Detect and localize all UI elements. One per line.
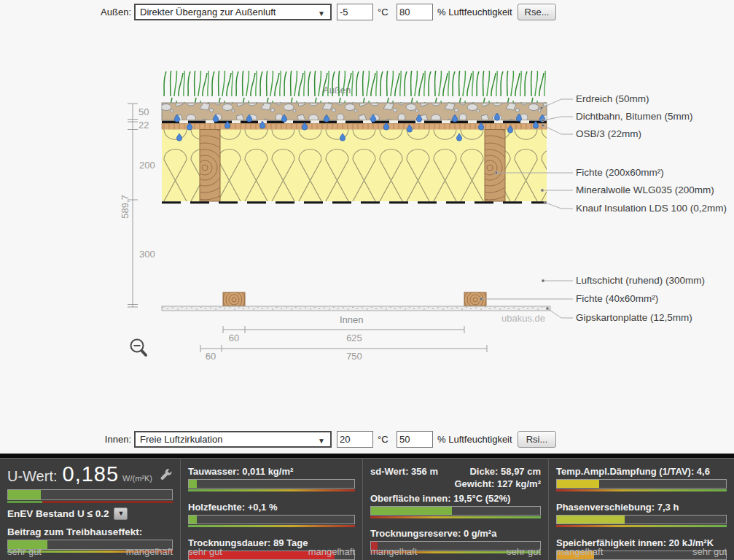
- oberflaeche-scale: [370, 516, 541, 518]
- layer-label-osb[interactable]: OSB/3 (22mm): [576, 128, 733, 140]
- dim-label-750: 750: [325, 351, 383, 362]
- inside-temperature-unit: °C: [378, 434, 389, 445]
- phasenverschiebung-scale: [556, 525, 727, 527]
- layer-osb[interactable]: [162, 124, 547, 130]
- greenhouse-label: Beitrag zum Treibhauseffekt:: [7, 526, 173, 537]
- dim-label-625: 625: [325, 332, 383, 343]
- rating-right: mangelhaft: [126, 546, 173, 557]
- layer-erdreich[interactable]: [162, 103, 547, 120]
- outside-label: Außen:: [70, 7, 131, 18]
- rsi-button[interactable]: Rsi...: [518, 431, 556, 448]
- layer-dichtbahn-bitumen[interactable]: [162, 120, 547, 124]
- outside-humidity-input[interactable]: [397, 4, 433, 20]
- inside-humidity-input[interactable]: [397, 431, 433, 448]
- weight-value: Gewicht: 127 kg/m²: [370, 478, 541, 489]
- diagram-inside-text: Innen: [340, 314, 364, 325]
- u-value-scale: [7, 501, 173, 503]
- wrench-icon[interactable]: [159, 467, 173, 481]
- rating-row: mangelhaft sehr gut: [556, 546, 727, 557]
- ubakus-u-value-page: Außen: Direkter Übergang zur Außenluft ▼…: [0, 0, 734, 560]
- layer-label-fichte-200[interactable]: Fichte (200x60mm²): [576, 167, 733, 179]
- inside-humidity-unit: % Luftfeuchtigkeit: [437, 434, 512, 445]
- diagram-outside-text: Außen: [323, 85, 351, 96]
- metric-oberflaeche-innen: Oberfläche innen: 19,5°C (52%): [370, 493, 541, 504]
- rating-left: sehr gut: [7, 546, 42, 557]
- dim-label-50: 50: [138, 106, 149, 117]
- layer-label-knauf-lds[interactable]: Knauf Insulation LDS 100 (0,2mm): [576, 203, 733, 214]
- inside-label: Innen:: [70, 434, 131, 445]
- outside-condition-value: Direkter Übergang zur Außenluft: [140, 7, 276, 18]
- rating-row: sehr gut mangelhaft: [7, 546, 173, 557]
- sd-value: sd-Wert: 356 m: [370, 466, 438, 477]
- enev-label: EnEV Bestand U ≤ 0.2: [7, 508, 109, 519]
- rse-button[interactable]: Rse...: [518, 4, 556, 20]
- surface-column: sd-Wert: 356 m Dicke: 58,97 cm Gewicht: …: [362, 458, 548, 560]
- u-value-unit: W/(m²K): [122, 474, 152, 483]
- layer-label-dichtbahn[interactable]: Dichtbahn, Bitumen (5mm): [576, 111, 733, 122]
- metric-phasenverschiebung: Phasenverschiebung: 7,3 h: [556, 502, 727, 513]
- dim-label-200: 200: [139, 160, 155, 171]
- tav-scale: [556, 489, 727, 491]
- metric-holzfeuchte: Holzfeuchte: +0,1 %: [188, 502, 355, 513]
- outside-condition-select[interactable]: Direkter Übergang zur Außenluft ▼: [134, 4, 332, 20]
- heat-column: Temp.Ampl.Dämpfung (1/TAV): 4,6 Phasenve…: [548, 458, 734, 560]
- thickness-value: Dicke: 58,97 cm: [469, 466, 541, 477]
- zoom-out-icon[interactable]: [131, 340, 147, 356]
- layer-label-mineralwolle[interactable]: Mineralwolle WLG035 (200mm): [576, 184, 733, 196]
- layer-label-erdreich[interactable]: Erdreich (50mm): [576, 93, 733, 105]
- oberflaeche-bar: [370, 506, 541, 516]
- watermark: ubakus.de: [501, 313, 545, 324]
- layer-label-fichte-40[interactable]: Fichte (40x60mm²): [576, 293, 733, 305]
- dim-label-300: 300: [139, 249, 155, 260]
- dim-label-total: 589,7: [120, 191, 130, 223]
- layer-label-gipskartonplatte[interactable]: Gipskartonplatte (12,5mm): [576, 312, 733, 324]
- inside-condition-select[interactable]: Freie Luftzirkulation ▼: [134, 431, 332, 448]
- moisture-column: Tauwasser: 0,011 kg/m² Holzfeuchte: +0,1…: [180, 458, 362, 560]
- tauwasser-scale: [188, 489, 355, 491]
- outside-conditions-row: Außen: Direkter Übergang zur Außenluft ▼…: [0, 4, 734, 21]
- outside-temperature-input[interactable]: [337, 4, 373, 20]
- tauwasser-bar: [188, 479, 355, 489]
- dim-label-60b: 60: [200, 351, 222, 362]
- metric-temp-ampl-daempfung: Temp.Ampl.Dämpfung (1/TAV): 4,6: [556, 466, 727, 477]
- chevron-down-icon: ▼: [318, 434, 325, 448]
- dim-label-22: 22: [138, 120, 149, 131]
- metric-trocknungsreserve: Trocknungsreserve: 0 g/m²a: [370, 528, 541, 539]
- outside-temperature-unit: °C: [378, 7, 389, 18]
- inside-condition-value: Freie Luftzirkulation: [140, 434, 222, 445]
- rating-row: mangelhaft sehr gut: [370, 546, 541, 557]
- u-value-bar: [7, 489, 173, 500]
- dim-label-60a: 60: [223, 332, 245, 343]
- metric-tauwasser: Tauwasser: 0,011 kg/m²: [188, 466, 355, 477]
- chevron-down-icon: ▼: [318, 7, 325, 20]
- results-panel: U-Wert: 0,185 W/(m²K) EnEV Bestand U ≤ 0…: [0, 454, 734, 560]
- tav-bar: [556, 479, 727, 489]
- u-value-number: 0,185: [63, 462, 120, 486]
- outside-humidity-unit: % Luftfeuchtigkeit: [437, 7, 512, 18]
- layer-label-luftschicht[interactable]: Luftschicht (ruhend) (300mm): [576, 275, 733, 287]
- u-value-column: U-Wert: 0,185 W/(m²K) EnEV Bestand U ≤ 0…: [0, 458, 180, 560]
- phasenverschiebung-bar: [556, 515, 727, 524]
- enev-dropdown-button[interactable]: ▼: [114, 508, 128, 520]
- holzfeuchte-bar: [188, 515, 355, 524]
- rating-row: sehr gut mangelhaft: [188, 546, 355, 557]
- inside-conditions-row: Innen: Freie Luftzirkulation ▼ °C % Luft…: [0, 431, 734, 448]
- holzfeuchte-scale: [188, 525, 355, 527]
- grass-decoration: [162, 71, 547, 103]
- u-value-label: U-Wert:: [7, 468, 58, 485]
- layer-gipskartonplatte[interactable]: [162, 306, 550, 311]
- inside-temperature-input[interactable]: [337, 431, 373, 448]
